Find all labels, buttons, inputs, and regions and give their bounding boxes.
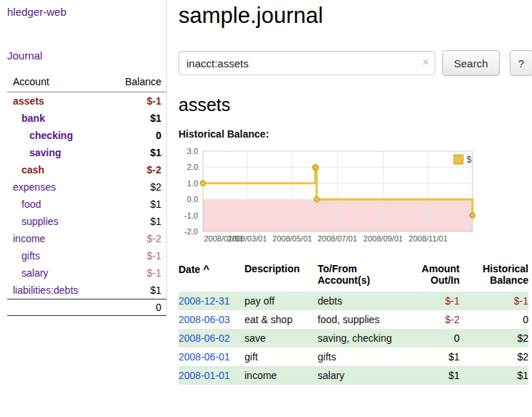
transaction-description: eat & shop: [244, 310, 318, 329]
account-balance: $-2: [103, 161, 166, 178]
svg-text:2008/07/01: 2008/07/01: [318, 234, 357, 243]
transaction-balance: $-1: [460, 292, 528, 310]
transaction-accounts: debts: [318, 292, 398, 310]
svg-text:-1.0: -1.0: [184, 211, 198, 220]
account-row: income$-2: [7, 230, 166, 247]
register-row: 2008-01-01 income salary $1 $1: [179, 366, 528, 385]
account-heading: assets: [179, 95, 532, 115]
svg-text:$: $: [467, 155, 472, 165]
sort-asc-icon: ^: [203, 263, 209, 275]
transaction-balance: $1: [460, 366, 528, 385]
account-balance: $1: [103, 110, 166, 127]
app: hledger-web Journal Account Balance asse…: [0, 0, 532, 385]
account-link-salary[interactable]: salary: [22, 267, 48, 279]
transaction-date-link[interactable]: 2008-06-01: [179, 351, 230, 363]
accounts-header-balance: Balance: [103, 73, 166, 92]
transaction-balance: $2: [460, 348, 528, 366]
register-row: 2008-12-31 pay off debts $-1 $-1: [179, 292, 528, 310]
account-link-expenses[interactable]: expenses: [13, 181, 56, 193]
account-link-assets[interactable]: assets: [13, 95, 44, 107]
transaction-amount: $-2: [398, 310, 460, 329]
transaction-accounts: salary: [318, 366, 398, 385]
search-field-wrap: ×: [179, 51, 435, 75]
account-row: checking0: [7, 127, 166, 144]
accounts-total-row: 0: [7, 299, 166, 316]
chart-title: Historical Balance:: [179, 128, 532, 140]
accounts-table: Account Balance assets$-1 bank$1 checkin…: [7, 73, 166, 316]
register-header-description: Description: [244, 262, 318, 292]
transaction-amount: $-1: [398, 292, 460, 310]
help-button[interactable]: ?: [510, 50, 532, 76]
account-row: cash$-2: [7, 161, 166, 178]
account-link-income[interactable]: income: [13, 233, 45, 244]
search-button[interactable]: Search: [442, 50, 500, 76]
transaction-date-link[interactable]: 2008-12-31: [179, 295, 230, 307]
account-balance: $-1: [103, 264, 166, 282]
register-header-amount: Amount Out/In: [398, 262, 460, 292]
register-header-date[interactable]: Date^: [179, 262, 244, 292]
transaction-amount: 0: [398, 329, 460, 348]
accounts-header-account: Account: [7, 73, 103, 92]
account-row: food$1: [7, 196, 166, 213]
transaction-accounts: food, supplies: [318, 310, 398, 329]
transaction-description: gift: [244, 348, 318, 366]
svg-text:2.0: 2.0: [187, 163, 198, 171]
page-title: sample.journal: [179, 3, 532, 29]
svg-text:2008/05/01: 2008/05/01: [272, 234, 312, 243]
account-row: supplies$1: [7, 213, 166, 230]
sidebar-item-journal[interactable]: Journal: [7, 49, 166, 62]
search-input[interactable]: [179, 51, 435, 75]
account-link-saving[interactable]: saving: [29, 147, 61, 158]
transaction-date-link[interactable]: 2008-06-02: [179, 332, 230, 344]
clear-search-icon[interactable]: ×: [422, 57, 429, 68]
transaction-balance: $2: [460, 329, 528, 348]
svg-text:-2.0: -2.0: [184, 227, 198, 236]
register-row: 2008-06-02 save saving, checking 0 $2: [179, 329, 528, 348]
transaction-balance: 0: [460, 310, 528, 329]
account-row: salary$-1: [7, 264, 166, 282]
account-row: gifts$-1: [7, 247, 166, 264]
account-balance: $1: [103, 213, 166, 230]
account-link-bank[interactable]: bank: [22, 112, 45, 124]
accounts-total: 0: [103, 299, 166, 316]
account-balance: $1: [103, 282, 166, 299]
svg-text:3.0: 3.0: [187, 147, 198, 155]
account-link-food[interactable]: food: [22, 198, 41, 210]
app-title-link[interactable]: hledger-web: [7, 6, 166, 18]
account-balance: $-1: [103, 247, 166, 264]
account-balance: $-1: [103, 92, 166, 110]
account-balance: 0: [103, 127, 166, 144]
sidebar: hledger-web Journal Account Balance asse…: [0, 0, 167, 316]
transaction-date-link[interactable]: 2008-01-01: [179, 370, 230, 381]
register-table: Date^ Description To/From Account(s) Amo…: [179, 262, 528, 385]
main-content: sample.journal × Search ? assets Histori…: [167, 0, 532, 385]
account-link-supplies[interactable]: supplies: [22, 216, 58, 227]
register-header-accounts: To/From Account(s): [318, 262, 398, 292]
account-row: liabilities:debts$1: [7, 282, 166, 299]
register-row: 2008-06-01 gift gifts $1 $2: [179, 348, 528, 366]
transaction-amount: $1: [398, 348, 460, 366]
account-balance: $1: [103, 144, 166, 161]
transaction-date-link[interactable]: 2008-06-03: [179, 314, 230, 325]
account-row: bank$1: [7, 110, 166, 127]
account-link-checking[interactable]: checking: [29, 130, 73, 141]
transaction-accounts: gifts: [318, 348, 398, 366]
search-bar: × Search ?: [179, 50, 532, 76]
register-header-balance: Historical Balance: [460, 262, 528, 292]
account-balance: $1: [103, 196, 166, 213]
transaction-amount: $1: [398, 366, 460, 385]
svg-text:0.0: 0.0: [187, 195, 198, 203]
account-link-gifts[interactable]: gifts: [22, 250, 40, 262]
svg-text:2008/03/01: 2008/03/01: [227, 234, 267, 243]
svg-text:1.0: 1.0: [187, 179, 198, 188]
svg-text:2008/09/01: 2008/09/01: [364, 234, 403, 243]
transaction-description: pay off: [244, 292, 318, 310]
account-link-cash[interactable]: cash: [22, 164, 44, 176]
date-header-label: Date: [179, 264, 200, 275]
historical-balance-chart[interactable]: $3.02.01.00.0-1.0-2.02008/01/012008/03/0…: [179, 145, 532, 244]
account-balance: $2: [103, 178, 166, 196]
transaction-description: save: [244, 329, 318, 348]
account-link-liabilities-debts[interactable]: liabilities:debts: [13, 284, 78, 296]
transaction-description: income: [244, 366, 318, 385]
register-row: 2008-06-03 eat & shop food, supplies $-2…: [179, 310, 528, 329]
